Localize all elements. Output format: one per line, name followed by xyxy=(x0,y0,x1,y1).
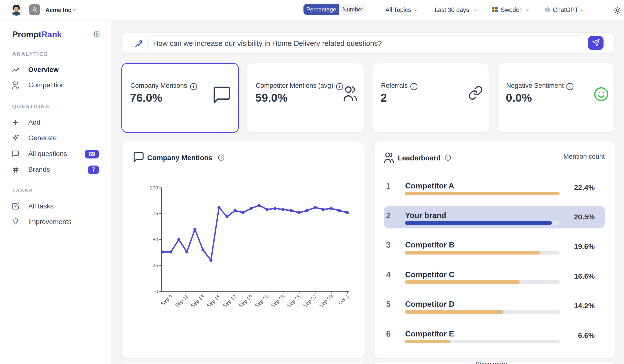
svg-text:Sep 19: Sep 19 xyxy=(238,293,254,309)
svg-text:Oct 1: Oct 1 xyxy=(337,293,350,306)
svg-text:50: 50 xyxy=(153,237,158,242)
svg-text:Sep 27: Sep 27 xyxy=(302,293,318,309)
svg-text:100: 100 xyxy=(150,185,158,190)
svg-text:Sep 21: Sep 21 xyxy=(254,293,270,309)
svg-text:75: 75 xyxy=(153,211,158,216)
svg-text:Sep 25: Sep 25 xyxy=(286,293,302,309)
svg-text:Sep 13: Sep 13 xyxy=(190,293,206,309)
svg-text:Sep 17: Sep 17 xyxy=(222,293,238,309)
svg-text:Sep 9: Sep 9 xyxy=(160,293,173,307)
svg-text:Sep 29: Sep 29 xyxy=(318,293,334,309)
svg-text:25: 25 xyxy=(153,262,158,268)
svg-text:Sep 11: Sep 11 xyxy=(174,293,190,309)
svg-text:0: 0 xyxy=(155,288,158,294)
svg-text:Sep 23: Sep 23 xyxy=(270,293,286,309)
svg-text:Sep 15: Sep 15 xyxy=(206,293,222,309)
